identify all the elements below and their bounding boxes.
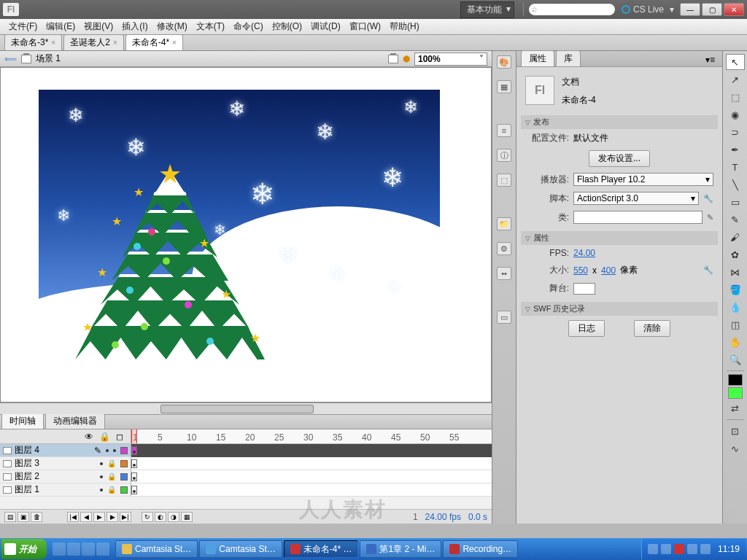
tray-icon[interactable] xyxy=(661,544,671,554)
player-dropdown[interactable]: Flash Player 10.2▾ xyxy=(573,173,713,186)
components-icon[interactable]: ⚙ xyxy=(497,242,511,255)
width-value[interactable]: 550 xyxy=(573,265,588,276)
zoom-dropdown[interactable]: 100%˅ xyxy=(414,52,487,66)
taskbar-item[interactable]: Camtasia St… xyxy=(115,540,198,558)
close-icon[interactable]: × xyxy=(172,39,177,47)
pencil-icon[interactable]: ✎ xyxy=(707,213,713,222)
lasso-tool[interactable]: ⊃ xyxy=(726,124,745,140)
prev-frame-button[interactable]: ◀ xyxy=(80,512,92,522)
subselection-tool[interactable]: ↗ xyxy=(726,71,745,88)
edit-multiple-button[interactable]: ▦ xyxy=(181,512,193,522)
section-publish[interactable]: 发布 xyxy=(521,115,718,129)
behaviors-icon[interactable]: •• xyxy=(497,267,511,280)
close-icon[interactable]: × xyxy=(51,39,55,47)
new-layer-button[interactable]: ▤ xyxy=(4,512,16,522)
menu-view[interactable]: 视图(V) xyxy=(80,19,117,34)
quicklaunch-icon[interactable] xyxy=(82,542,95,556)
lock-icon[interactable]: 🔒 xyxy=(99,432,110,442)
last-frame-button[interactable]: ▶| xyxy=(120,512,131,522)
menu-insert[interactable]: 插入(I) xyxy=(117,19,152,34)
delete-layer-button[interactable]: 🗑 xyxy=(31,512,42,522)
eye-icon[interactable]: 👁 xyxy=(85,432,93,442)
frame-ruler[interactable]: 1 5 10 15 20 25 30 35 40 45 50 55 xyxy=(131,429,492,443)
fps-value[interactable]: 24.00 xyxy=(573,248,595,258)
layer-row[interactable]: 图层 1🔒 xyxy=(0,483,492,497)
3d-rotation-tool[interactable]: ◉ xyxy=(726,106,745,122)
transform-panel-icon[interactable]: ⬚ xyxy=(497,174,511,187)
quicklaunch-icon[interactable] xyxy=(53,542,66,556)
line-tool[interactable]: ╲ xyxy=(726,176,745,192)
tab-properties[interactable]: 属性 xyxy=(521,50,554,66)
publish-settings-button[interactable]: 发布设置... xyxy=(589,150,650,167)
close-button[interactable]: ✕ xyxy=(724,3,744,16)
onion-skin-button[interactable]: ◐ xyxy=(155,512,166,522)
menu-debug[interactable]: 调试(D) xyxy=(306,19,345,34)
eraser-tool[interactable]: ◫ xyxy=(726,316,745,332)
taskbar-item[interactable]: 未命名-4* … xyxy=(284,540,359,558)
menu-control[interactable]: 控制(O) xyxy=(268,19,306,34)
minimize-button[interactable]: — xyxy=(680,3,700,16)
cslive-button[interactable]: CS Live▾ xyxy=(622,4,674,15)
doc-tab-0[interactable]: 未命名-3*× xyxy=(4,34,62,50)
close-icon[interactable]: × xyxy=(113,39,117,47)
selection-tool[interactable]: ↖ xyxy=(726,54,745,70)
tray-icon[interactable] xyxy=(700,544,711,554)
lock-icon[interactable]: 🔒 xyxy=(107,486,116,494)
horizontal-scrollbar[interactable] xyxy=(0,402,492,414)
text-tool[interactable]: T xyxy=(726,159,745,175)
doc-tab-2[interactable]: 未命名-4*× xyxy=(125,34,183,50)
stage-canvas[interactable]: ❄❄❄ ❄❄❄ ❄❄❄ ❄❄❄ ★ ★★ ★★ ★★ ★ xyxy=(39,90,440,381)
swap-colors-icon[interactable]: ⇄ xyxy=(726,400,745,416)
brush-tool[interactable]: 🖌 xyxy=(726,229,745,245)
tab-library[interactable]: 库 xyxy=(556,50,581,66)
panel-menu-icon[interactable]: ▾≡ xyxy=(703,53,718,66)
quicklaunch-icon[interactable] xyxy=(67,542,80,556)
menu-file[interactable]: 文件(F) xyxy=(4,19,42,34)
tab-timeline[interactable]: 时间轴 xyxy=(1,413,44,429)
play-button[interactable]: ▶ xyxy=(93,512,105,522)
maximize-button[interactable]: ▢ xyxy=(702,3,722,16)
loop-button[interactable]: ↻ xyxy=(142,512,153,522)
stage-color-swatch[interactable] xyxy=(573,283,595,295)
quicklaunch-icon[interactable] xyxy=(96,542,109,556)
section-props[interactable]: 属性 xyxy=(521,231,718,245)
info-panel-icon[interactable]: ⓘ xyxy=(497,149,511,162)
system-tray[interactable]: 11:19 xyxy=(641,539,746,559)
layer-color-swatch[interactable] xyxy=(120,447,128,454)
menu-modify[interactable]: 修改(M) xyxy=(152,19,192,34)
library-panel-icon[interactable]: 📁 xyxy=(497,217,511,230)
free-transform-tool[interactable]: ⬚ xyxy=(726,89,745,105)
layer-row[interactable]: 图层 4✎ xyxy=(0,444,492,457)
section-swf-history[interactable]: SWF 历史记录 xyxy=(521,302,718,316)
hand-tool[interactable]: ✋ xyxy=(726,334,745,350)
symbol-icon[interactable]: ⬢ xyxy=(403,54,410,64)
stage[interactable]: ❄❄❄ ❄❄❄ ❄❄❄ ❄❄❄ ★ ★★ ★★ ★★ ★ xyxy=(0,67,492,402)
start-button[interactable]: 开始 xyxy=(1,539,47,559)
swatches-panel-icon[interactable]: ▦ xyxy=(497,80,511,93)
lock-icon[interactable]: 🔒 xyxy=(107,459,116,467)
layer-row[interactable]: 图层 3🔒 xyxy=(0,457,492,470)
menu-edit[interactable]: 编辑(E) xyxy=(42,19,80,34)
next-frame-button[interactable]: ▶ xyxy=(107,512,118,522)
first-frame-button[interactable]: |◀ xyxy=(67,512,79,522)
align-panel-icon[interactable]: ≡ xyxy=(497,124,511,137)
pen-tool[interactable]: ✒ xyxy=(726,141,745,158)
lock-icon[interactable]: 🔒 xyxy=(107,472,116,481)
outline-icon[interactable]: ◻ xyxy=(116,432,123,442)
wrench-icon[interactable]: 🔧 xyxy=(703,265,713,275)
log-button[interactable]: 日志 xyxy=(568,320,605,337)
taskbar-item[interactable]: Camtasia St… xyxy=(199,540,282,558)
class-input[interactable] xyxy=(573,211,703,224)
layer-color-swatch[interactable] xyxy=(120,486,128,494)
edit-scene-icon[interactable] xyxy=(388,55,398,63)
stroke-color-swatch[interactable] xyxy=(728,374,743,386)
eyedropper-tool[interactable]: 💧 xyxy=(726,299,745,315)
menu-help[interactable]: 帮助(H) xyxy=(385,19,424,34)
taskbar-item[interactable]: Recording… xyxy=(443,540,518,558)
script-dropdown[interactable]: ActionScript 3.0▾ xyxy=(573,192,699,205)
layer-row[interactable]: 图层 2🔒 xyxy=(0,470,492,483)
tray-icon[interactable] xyxy=(674,544,684,554)
zoom-tool[interactable]: 🔍 xyxy=(726,351,745,368)
taskbar-item[interactable]: 第1章 2 - Mi… xyxy=(360,540,441,558)
color-panel-icon[interactable]: 🎨 xyxy=(497,55,511,69)
